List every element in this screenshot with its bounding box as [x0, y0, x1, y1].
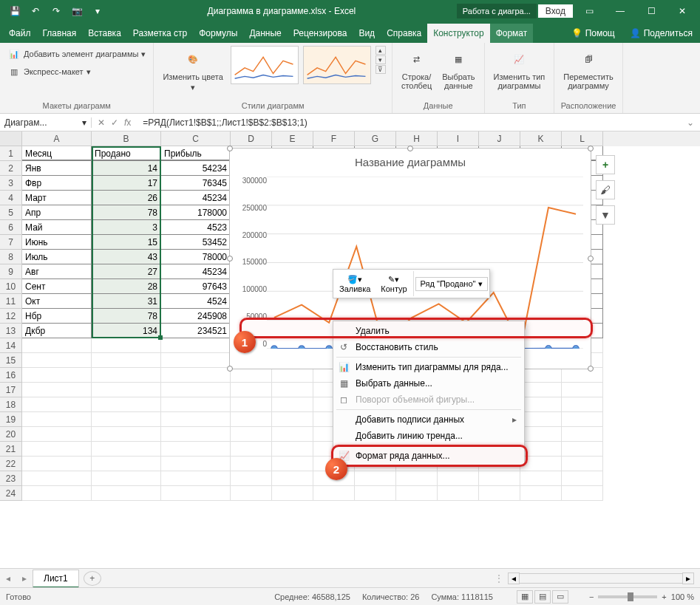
row-header[interactable]: 21 [0, 442, 22, 457]
move-chart-button[interactable]: 🗐Переместить диаграмму [560, 46, 616, 92]
cell[interactable] [479, 471, 520, 486]
tab-design[interactable]: Конструктор [427, 24, 489, 43]
cell[interactable] [92, 457, 161, 471]
cell[interactable]: 28 [92, 279, 161, 294]
cell[interactable] [92, 471, 161, 486]
cell[interactable] [92, 442, 161, 457]
col-header-G[interactable]: G [355, 131, 396, 146]
row-header[interactable]: 18 [0, 397, 22, 412]
cell[interactable]: 134 [92, 324, 161, 338]
cell[interactable]: Сент [22, 279, 92, 294]
cell[interactable] [272, 486, 313, 501]
row-header[interactable]: 15 [0, 353, 22, 368]
change-chart-type-button[interactable]: 📈Изменить тип диаграммы [491, 46, 548, 92]
tab-insert[interactable]: Вставка [82, 24, 127, 43]
chart-styles-button[interactable]: 🖌 [596, 180, 615, 199]
cell[interactable] [396, 471, 438, 486]
sheet-tab-1[interactable]: Лист1 [33, 570, 79, 588]
cell[interactable] [520, 383, 562, 397]
col-header-I[interactable]: I [438, 131, 479, 146]
cell[interactable]: 97643 [161, 279, 231, 294]
cell[interactable]: 3 [92, 220, 161, 235]
cell[interactable] [22, 397, 92, 412]
cell[interactable] [562, 457, 603, 471]
col-header-D[interactable]: D [231, 131, 272, 146]
cell[interactable]: Фвр [22, 176, 92, 191]
cell[interactable] [161, 353, 231, 368]
zoom-in-icon[interactable]: + [662, 592, 666, 601]
style-scroll-down[interactable]: ▾ [376, 55, 386, 64]
cell[interactable] [231, 368, 272, 383]
cell[interactable]: Окт [22, 294, 92, 309]
zoom-level[interactable]: 100 % [671, 592, 694, 601]
row-header[interactable]: 23 [0, 471, 22, 486]
col-header-L[interactable]: L [562, 131, 603, 146]
cell[interactable]: 45234 [161, 191, 231, 205]
change-colors-button[interactable]: 🎨 Изменить цвета▾ [160, 46, 225, 94]
formula-expand-icon[interactable]: ⌄ [681, 117, 700, 128]
row-header[interactable]: 10 [0, 279, 22, 294]
cell[interactable] [272, 397, 313, 412]
cell[interactable] [438, 486, 479, 501]
cell[interactable]: 54234 [161, 161, 231, 176]
cell[interactable] [22, 486, 92, 501]
add-chart-element-button[interactable]: 📊Добавить элемент диаграммы ▾ [6, 46, 147, 62]
cell[interactable] [92, 397, 161, 412]
cell[interactable]: Июнь [22, 235, 92, 250]
cell[interactable]: Янв [22, 161, 92, 176]
view-page-layout-icon[interactable]: ▤ [534, 590, 551, 604]
cell[interactable]: Прибыль [161, 146, 231, 161]
quick-layout-button[interactable]: ▥Экспресс-макет ▾ [6, 64, 92, 80]
cell[interactable]: 43 [92, 250, 161, 264]
view-page-break-icon[interactable]: ▭ [552, 590, 568, 604]
row-header[interactable]: 19 [0, 412, 22, 427]
cancel-formula-icon[interactable]: ✕ [98, 117, 105, 128]
sheet-nav-next[interactable]: ▸ [16, 573, 33, 584]
qat-dropdown-icon[interactable]: ▾ [89, 2, 106, 20]
camera-icon[interactable]: 📷 [68, 2, 86, 20]
cell[interactable]: 234521 [161, 324, 231, 338]
col-header-K[interactable]: K [520, 131, 562, 146]
cell[interactable]: Дкбр [22, 324, 92, 338]
cell[interactable]: 78 [92, 309, 161, 324]
select-all-corner[interactable] [0, 131, 22, 146]
cell[interactable] [22, 442, 92, 457]
new-sheet-button[interactable]: + [84, 571, 101, 586]
cell[interactable] [520, 412, 562, 427]
cell[interactable]: 4524 [161, 294, 231, 309]
share-button[interactable]: 👤Поделиться [622, 24, 700, 43]
cell[interactable] [272, 427, 313, 442]
cell[interactable] [22, 427, 92, 442]
cell[interactable] [396, 486, 438, 501]
cell[interactable] [22, 353, 92, 368]
style-gallery-more[interactable]: ⊽ [376, 65, 386, 74]
cell[interactable] [562, 412, 603, 427]
hscroll-left[interactable]: ◂ [508, 572, 520, 584]
redo-icon[interactable]: ↷ [47, 2, 65, 20]
cell[interactable] [161, 471, 231, 486]
cell[interactable]: Продано [92, 146, 161, 161]
tab-home[interactable]: Главная [37, 24, 83, 43]
cell[interactable] [313, 486, 355, 501]
zoom-out-icon[interactable]: − [589, 592, 594, 601]
cell[interactable] [92, 427, 161, 442]
tab-data[interactable]: Данные [243, 24, 287, 43]
cell[interactable]: 31 [92, 294, 161, 309]
row-header[interactable]: 3 [0, 176, 22, 191]
worksheet[interactable]: ABCDEFGHIJKL 1МесяцПроданоПрибыль2Янв145… [0, 131, 700, 568]
tab-view[interactable]: Вид [353, 24, 381, 43]
cell[interactable] [272, 383, 313, 397]
cell[interactable] [22, 457, 92, 471]
col-header-A[interactable]: A [22, 131, 92, 146]
cell[interactable]: 245908 [161, 309, 231, 324]
cell[interactable] [92, 412, 161, 427]
cell[interactable] [161, 412, 231, 427]
menu-add-trendline[interactable]: Добавить линию тренда... [333, 428, 524, 444]
hscroll-right[interactable]: ▸ [682, 572, 694, 584]
tab-format[interactable]: Формат [490, 24, 534, 43]
cell[interactable] [438, 471, 479, 486]
row-header[interactable]: 8 [0, 250, 22, 264]
col-header-E[interactable]: E [272, 131, 313, 146]
cell[interactable] [231, 412, 272, 427]
cell[interactable] [520, 427, 562, 442]
